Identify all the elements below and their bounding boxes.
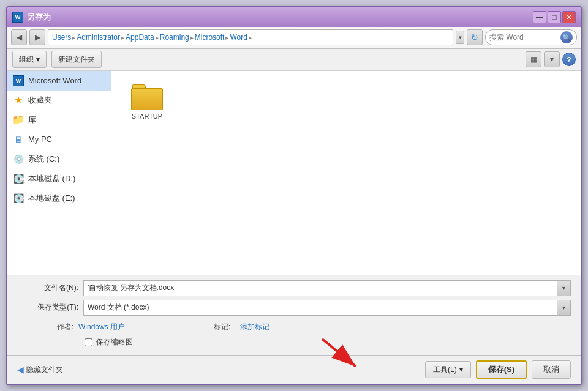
filename-dropdown-arrow[interactable]: ▾: [557, 281, 570, 296]
breadcrumb-word[interactable]: Word: [230, 33, 247, 42]
thumbnail-checkbox[interactable]: [85, 338, 92, 346]
sidebar-label-drive-c: 系统 (C:): [28, 154, 59, 165]
filetype-dropdown-arrow[interactable]: ▾: [557, 300, 570, 315]
toolbar-right: ▦ ▾ ?: [526, 51, 576, 67]
meta-author-row: 作者: Windows 用户 标记: 添加标记: [17, 319, 571, 335]
sidebar-label-microsoft-word: Microsoft Word: [28, 76, 81, 85]
search-box: 🔍: [485, 29, 577, 45]
filetype-container: Word 文档 (*.docx) ▾: [83, 300, 571, 316]
sidebar-item-library[interactable]: 📁 库: [7, 110, 111, 130]
list-item[interactable]: STARTUP: [123, 82, 172, 122]
save-button[interactable]: 保存(S): [476, 360, 527, 379]
window-title: 另存为: [27, 12, 533, 23]
new-folder-label: 新建文件夹: [58, 54, 95, 65]
sidebar-label-drive-d: 本地磁盘 (D:): [28, 173, 75, 184]
author-label: 作者:: [17, 322, 78, 332]
save-as-dialog: W 另存为 — □ ✕ ◀ ▶ Users ▸ Administrator ▸ …: [6, 6, 582, 385]
filetype-row: 保存类型(T): Word 文档 (*.docx) ▾: [17, 300, 571, 316]
drive-c-icon: 💿: [12, 153, 24, 165]
cancel-button[interactable]: 取消: [532, 360, 571, 379]
sidebar-label-mypc: My PC: [28, 135, 52, 144]
cancel-label: 取消: [543, 365, 559, 374]
filename-input[interactable]: [84, 281, 557, 296]
view-arrow-button[interactable]: ▾: [544, 51, 560, 67]
filetype-label: 保存类型(T):: [17, 302, 78, 313]
mypc-icon: 🖥: [12, 133, 24, 146]
view-button[interactable]: ▦: [526, 51, 541, 67]
bottom-bar: ◀ 隐藏文件夹 工具(L) ▾ 保存(S): [7, 355, 581, 384]
favorites-icon: ★: [12, 94, 24, 106]
sidebar-label-drive-e: 本地磁盘 (E:): [28, 193, 75, 204]
help-button[interactable]: ?: [562, 53, 576, 66]
thumbnail-label: 保存缩略图: [96, 337, 133, 348]
library-icon: 📁: [12, 114, 24, 126]
breadcrumb[interactable]: Users ▸ Administrator ▸ AppData ▸ Roamin…: [48, 29, 453, 45]
forward-button[interactable]: ▶: [29, 29, 45, 45]
sidebar-item-drive-e[interactable]: 💽 本地磁盘 (E:): [7, 188, 111, 208]
sidebar-label-library: 库: [28, 114, 36, 125]
folder-icon-big: [131, 84, 163, 110]
hide-folder-icon: ◀: [17, 365, 24, 374]
form-area: 文件名(N): ▾ 保存类型(T): Word 文档 (*.docx) ▾ 作者…: [7, 275, 581, 355]
file-grid: STARTUP: [116, 76, 576, 128]
search-input[interactable]: [489, 33, 558, 42]
author-value: Windows 用户: [78, 322, 125, 332]
title-bar: W 另存为 — □ ✕: [7, 7, 581, 27]
view-arrow-icon: ▾: [550, 55, 554, 64]
tools-button[interactable]: 工具(L) ▾: [425, 361, 471, 378]
filename-row: 文件名(N): ▾: [17, 280, 571, 296]
refresh-button[interactable]: ↻: [467, 29, 483, 45]
tools-label: 工具(L): [433, 365, 457, 375]
tags-label: 标记:: [174, 322, 235, 332]
search-button[interactable]: 🔍: [560, 31, 573, 43]
view-icon: ▦: [530, 55, 537, 64]
bottom-right: 工具(L) ▾ 保存(S) 取消: [420, 360, 571, 379]
organize-label: 组织: [19, 54, 34, 65]
sidebar-item-microsoft-word[interactable]: W Microsoft Word: [7, 71, 111, 91]
sidebar-label-favorites: 收藏夹: [28, 95, 52, 106]
breadcrumb-administrator[interactable]: Administrator: [77, 33, 120, 42]
tools-arrow-icon: ▾: [459, 365, 463, 374]
hide-folder-label: 隐藏文件夹: [26, 365, 63, 375]
sidebar-item-mypc[interactable]: 🖥 My PC: [7, 130, 111, 149]
sidebar: W Microsoft Word ★ 收藏夹 📁 库 🖥 My: [7, 71, 111, 275]
filename-label: 文件名(N):: [17, 283, 78, 293]
new-folder-button[interactable]: 新建文件夹: [51, 51, 102, 68]
filename-container: ▾: [83, 280, 571, 296]
breadcrumb-arrow[interactable]: ▾: [456, 31, 464, 44]
breadcrumb-microsoft[interactable]: Microsoft: [195, 33, 225, 42]
filetype-value[interactable]: Word 文档 (*.docx): [84, 300, 557, 315]
toolbar: 组织 ▾ 新建文件夹 ▦ ▾ ?: [7, 49, 581, 71]
breadcrumb-appdata[interactable]: AppData: [126, 33, 154, 42]
tags-add-button[interactable]: 添加标记: [240, 322, 270, 332]
organize-button[interactable]: 组织 ▾: [12, 51, 47, 68]
main-area: W Microsoft Word ★ 收藏夹 📁 库 🖥 My: [7, 71, 581, 275]
thumbnail-row: 保存缩略图: [17, 335, 571, 350]
app-icon: W: [12, 12, 23, 23]
address-bar: ◀ ▶ Users ▸ Administrator ▸ AppData ▸ Ro…: [7, 27, 581, 49]
save-label: 保存(S): [488, 364, 514, 375]
drive-d-icon: 💽: [12, 173, 24, 185]
breadcrumb-roaming[interactable]: Roaming: [160, 33, 189, 42]
close-button[interactable]: ✕: [562, 11, 576, 23]
window-controls: — □ ✕: [533, 11, 576, 23]
hide-folder-button[interactable]: ◀ 隐藏文件夹: [17, 365, 63, 375]
file-item-label: STARTUP: [132, 113, 162, 120]
drive-e-icon: 💽: [12, 192, 24, 204]
maximize-button[interactable]: □: [548, 11, 561, 23]
minimize-button[interactable]: —: [533, 11, 546, 23]
word-icon: W: [12, 75, 24, 87]
sidebar-item-favorites[interactable]: ★ 收藏夹: [7, 91, 111, 110]
organize-arrow-icon: ▾: [36, 55, 40, 64]
breadcrumb-users[interactable]: Users: [52, 33, 71, 42]
sidebar-item-drive-d[interactable]: 💽 本地磁盘 (D:): [7, 169, 111, 188]
back-button[interactable]: ◀: [11, 29, 27, 45]
sidebar-item-drive-c[interactable]: 💿 系统 (C:): [7, 149, 111, 169]
file-area[interactable]: STARTUP: [111, 71, 581, 275]
